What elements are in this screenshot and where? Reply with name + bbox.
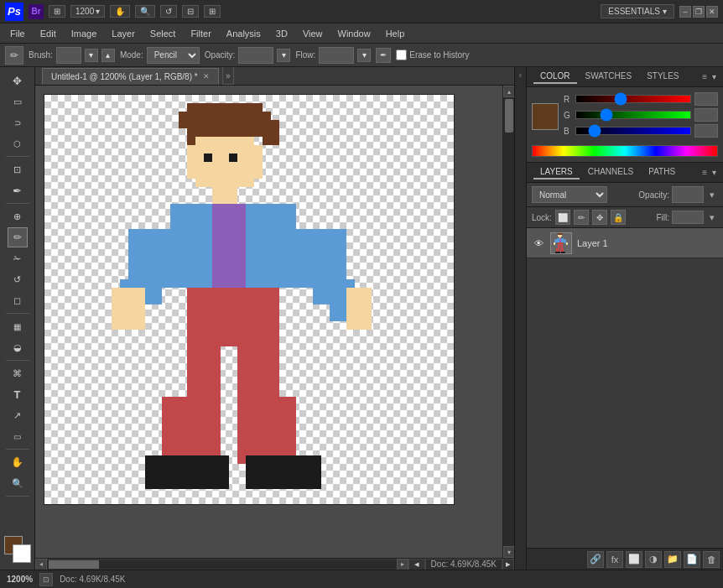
opacity-value[interactable]: 100% [672,186,704,203]
vertical-scrollbar[interactable]: ▴ ▾ [502,86,514,558]
menu-help[interactable]: Help [379,27,412,40]
zoom-input-btn[interactable]: 1200 ▾ [70,5,105,18]
tab-paths[interactable]: PATHS [642,165,682,180]
g-slider[interactable] [575,111,691,119]
canvas-info-btn[interactable]: ◂ [408,559,425,570]
brush-size-input[interactable] [56,47,81,64]
color-main-swatch[interactable] [532,103,559,130]
tab-styles[interactable]: STYLES [640,70,685,84]
canvas-tab-1[interactable]: Untitled-1 @ 1200% (Layer 1, RGB/8) * ✕ [42,68,219,85]
lasso-tool[interactable]: ⊃ [8,112,28,133]
canvas-container[interactable] [44,94,455,505]
horizontal-scrollbar[interactable]: ◂ ▸ ◂ Doc: 4.69K/8.45K ▸ [35,558,514,570]
menu-image[interactable]: Image [65,27,104,40]
hscroll-track[interactable] [47,560,397,569]
status-canvas-btn[interactable]: ⊡ [39,573,53,586]
lock-transparent-btn[interactable]: ⬜ [555,210,570,225]
history-brush-tool[interactable]: ↺ [8,269,28,289]
dodge-tool[interactable]: ◒ [8,337,28,357]
shape-tool[interactable]: ▭ [8,426,28,446]
link-layers-btn[interactable]: 🔗 [587,551,604,568]
opacity-input[interactable]: 100% [238,47,273,64]
layer-effects-btn[interactable]: fx [606,551,623,568]
scroll-left-arrow[interactable]: ◂ [35,559,47,570]
scroll-right-arrow[interactable]: ▸ [397,559,408,570]
layer-visibility-icon[interactable]: 👁 [532,237,545,250]
delete-layer-btn[interactable]: 🗑 [703,551,720,568]
minimize-btn[interactable]: – [679,6,691,18]
tab-collapse-arrow[interactable]: » [222,67,234,85]
move-tool[interactable]: ✥ [8,70,28,91]
scroll-down-arrow[interactable]: ▾ [503,546,515,558]
rotate-btn[interactable]: ↺ [160,5,177,18]
gradient-tool[interactable]: ▦ [8,316,28,336]
airbrush-icon[interactable]: ✒ [376,48,391,63]
color-boxes[interactable] [4,536,31,563]
scroll-thumb[interactable] [505,99,513,133]
hand-tool-btn[interactable]: ✋ [110,5,130,18]
zoom-tool[interactable]: 🔍 [8,473,28,493]
new-layer-btn[interactable]: 📄 [684,551,700,568]
tab-color[interactable]: COLOR [533,70,577,84]
brush-size-up[interactable]: ▴ [101,49,115,62]
menu-edit[interactable]: Edit [34,27,63,40]
layout-btn[interactable]: ⊞ [204,5,221,18]
spot-heal-tool[interactable]: ⊕ [8,206,28,226]
background-color[interactable] [13,544,31,563]
eyedropper-tool[interactable]: ✒ [8,180,28,200]
color-spectrum[interactable] [532,145,718,157]
opacity-btn[interactable]: ▾ [277,49,290,62]
pen-tool[interactable]: ⌘ [8,363,28,383]
menu-3d[interactable]: 3D [269,27,294,40]
g-value[interactable]: 59 [694,108,718,122]
erase-to-history-check[interactable]: Erase to History [396,49,469,60]
menu-select[interactable]: Select [143,27,183,40]
menu-filter[interactable]: Filter [184,27,217,40]
new-adjustment-btn[interactable]: ◑ [645,551,662,568]
lock-image-btn[interactable]: ✏ [574,210,589,225]
marquee-rect-tool[interactable]: ▭ [8,91,28,112]
opacity-spinner[interactable]: ▾ [706,186,718,203]
menu-file[interactable]: File [3,27,32,40]
text-tool[interactable]: T [8,384,28,404]
hand-tool[interactable]: ✋ [8,452,28,472]
tab-close-btn[interactable]: ✕ [203,72,210,81]
blend-mode-select[interactable]: Normal Multiply Screen [532,186,607,203]
zoom-tool-btn[interactable]: 🔍 [135,5,155,18]
path-select-tool[interactable]: ↗ [8,405,28,425]
color-panel-menu[interactable]: ≡ [702,72,707,81]
lock-all-btn[interactable]: 🔒 [611,210,626,225]
color-panel-collapse[interactable]: ▾ [712,72,716,81]
crop-tool[interactable]: ⊡ [8,159,28,180]
erase-to-history-checkbox[interactable] [396,49,407,60]
arrange-btn[interactable]: ⊟ [182,5,199,18]
fill-spinner[interactable]: ▾ [706,211,718,224]
quick-select-tool[interactable]: ⬡ [8,133,28,154]
right-collapse-bar[interactable]: ‹ [514,67,526,570]
close-btn[interactable]: ✕ [706,6,718,18]
tab-swatches[interactable]: SWATCHES [579,70,639,84]
hscroll-thumb[interactable] [49,560,99,569]
layer-item[interactable]: 👁 Layer 1 [527,228,723,258]
r-slider[interactable] [575,95,691,103]
layer-mask-btn[interactable]: ⬜ [626,551,642,568]
screen-mode-btn[interactable]: ⊞ [49,5,65,18]
lock-position-btn[interactable]: ✥ [592,210,607,225]
menu-window[interactable]: Window [331,27,377,40]
clone-stamp-tool[interactable]: ✁ [8,248,28,268]
b-slider[interactable] [575,127,691,135]
layers-panel-collapse[interactable]: ▾ [712,168,716,177]
mode-select[interactable]: Pencil Normal [147,47,200,64]
restore-btn[interactable]: ❐ [693,6,705,18]
fill-value[interactable]: 100% [672,211,704,224]
menu-view[interactable]: View [296,27,330,40]
tab-channels[interactable]: CHANNELS [581,165,640,180]
layers-panel-menu[interactable]: ≡ [702,168,707,177]
new-group-btn[interactable]: 📁 [664,551,681,568]
r-value[interactable]: 95 [694,92,718,106]
pixel-art-canvas[interactable] [44,95,455,506]
brush-size-down[interactable]: ▾ [85,49,98,62]
menu-layer[interactable]: Layer [105,27,142,40]
b-value[interactable]: 29 [694,124,718,138]
essentials-btn[interactable]: ESSENTIALS ▾ [601,4,674,18]
